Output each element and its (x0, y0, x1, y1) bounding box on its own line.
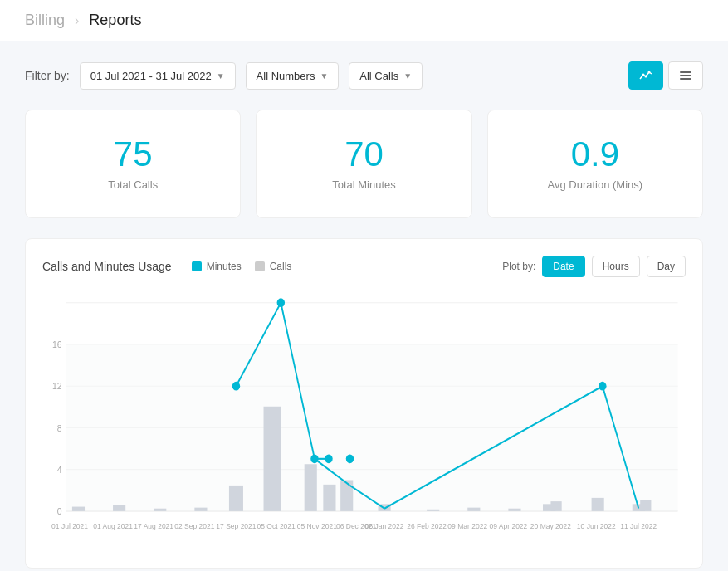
plot-date-button[interactable]: Date (542, 256, 584, 277)
svg-rect-4 (680, 75, 691, 76)
avg-duration-card: 0.9 Avg Duration (Mins) (487, 110, 703, 218)
svg-point-1 (645, 76, 647, 78)
calls-value: All Calls (359, 70, 398, 82)
svg-text:16: 16 (52, 339, 62, 350)
numbers-value: All Numbers (257, 70, 315, 82)
plot-by-controls: Plot by: Date Hours Day (502, 256, 686, 277)
svg-text:26 Feb 2022: 26 Feb 2022 (407, 522, 447, 531)
svg-text:20 May 2022: 20 May 2022 (530, 522, 571, 531)
list-view-button[interactable] (668, 61, 703, 90)
svg-text:06 Jan 2022: 06 Jan 2022 (365, 522, 404, 531)
plot-hours-button[interactable]: Hours (592, 256, 640, 277)
svg-point-2 (648, 71, 651, 74)
minutes-legend-label: Minutes (207, 261, 242, 272)
plot-by-label: Plot by: (502, 261, 535, 272)
svg-rect-21 (194, 508, 207, 511)
svg-text:17 Aug 2021: 17 Aug 2021 (134, 522, 173, 531)
svg-point-0 (642, 74, 645, 76)
calls-legend: Calls (255, 261, 292, 272)
svg-rect-24 (264, 407, 281, 511)
svg-rect-42 (550, 501, 561, 511)
date-range-filter[interactable]: 01 Jul 2021 - 31 Jul 2022 ▼ (80, 62, 236, 90)
chart-svg: 0 4 8 12 16 (42, 294, 686, 551)
chart-legend: Minutes Calls (192, 261, 292, 272)
svg-point-32 (346, 454, 354, 463)
view-toggle (628, 61, 703, 90)
calls-arrow-icon: ▼ (403, 71, 412, 81)
plot-day-button[interactable]: Day (647, 256, 686, 277)
stats-row: 75 Total Calls 70 Total Minutes 0.9 Avg … (25, 110, 703, 218)
svg-text:10 Jun 2022: 10 Jun 2022 (577, 522, 616, 531)
svg-text:11 Jul 2022: 11 Jul 2022 (620, 522, 657, 531)
main-content: Filter by: 01 Jul 2021 - 31 Jul 2022 ▼ A… (0, 41, 728, 571)
svg-rect-40 (508, 509, 520, 511)
svg-text:01 Aug 2021: 01 Aug 2021 (93, 522, 133, 531)
svg-text:02 Sep 2021: 02 Sep 2021 (174, 522, 214, 531)
chart-header: Calls and Minutes Usage Minutes Calls Pl… (42, 256, 686, 277)
calls-filter[interactable]: All Calls ▼ (349, 62, 423, 90)
svg-text:05 Nov 2021: 05 Nov 2021 (297, 522, 337, 531)
svg-rect-19 (113, 505, 125, 510)
svg-rect-20 (154, 509, 166, 511)
svg-rect-17 (66, 344, 677, 511)
numbers-arrow-icon: ▼ (320, 71, 328, 81)
svg-rect-18 (72, 507, 85, 511)
svg-text:05 Oct 2021: 05 Oct 2021 (257, 522, 295, 531)
total-minutes-value: 70 (273, 137, 454, 172)
avg-duration-value: 0.9 (505, 137, 686, 172)
filter-label: Filter by: (25, 69, 70, 82)
reports-breadcrumb: Reports (89, 12, 141, 29)
avg-duration-label: Avg Duration (Mins) (505, 178, 686, 191)
date-range-value: 01 Jul 2021 - 31 Jul 2022 (90, 70, 212, 82)
total-calls-card: 75 Total Calls (25, 110, 241, 218)
chart-view-button[interactable] (628, 61, 663, 90)
svg-text:12: 12 (52, 381, 62, 392)
svg-text:4: 4 (57, 464, 62, 475)
date-range-arrow-icon: ▼ (217, 71, 225, 81)
minutes-legend: Minutes (192, 261, 242, 272)
svg-rect-38 (427, 510, 439, 511)
billing-breadcrumb[interactable]: Billing (25, 12, 65, 29)
total-calls-value: 75 (42, 137, 223, 172)
filter-row: Filter by: 01 Jul 2021 - 31 Jul 2022 ▼ A… (25, 61, 703, 90)
breadcrumb-separator: › (75, 13, 79, 28)
total-minutes-card: 70 Total Minutes (256, 110, 471, 218)
svg-text:0: 0 (57, 506, 62, 517)
svg-text:09 Apr 2022: 09 Apr 2022 (489, 522, 527, 531)
svg-rect-5 (680, 78, 691, 80)
chart-area: 0 4 8 12 16 (42, 294, 686, 551)
chart-card: Calls and Minutes Usage Minutes Calls Pl… (25, 238, 703, 569)
svg-rect-33 (323, 485, 335, 511)
svg-rect-47 (640, 500, 651, 511)
svg-rect-39 (467, 508, 480, 511)
svg-rect-3 (680, 71, 691, 73)
total-minutes-label: Total Minutes (273, 178, 454, 191)
svg-text:09 Mar 2022: 09 Mar 2022 (447, 522, 487, 531)
svg-rect-43 (592, 498, 604, 511)
chart-title: Calls and Minutes Usage (42, 260, 172, 273)
page-header: Billing › Reports (0, 0, 728, 41)
svg-text:17 Sep 2021: 17 Sep 2021 (216, 522, 256, 531)
svg-rect-27 (305, 464, 317, 511)
calls-legend-dot (255, 261, 265, 271)
minutes-legend-dot (192, 261, 202, 271)
calls-legend-label: Calls (270, 261, 292, 272)
numbers-filter[interactable]: All Numbers ▼ (246, 62, 340, 90)
svg-rect-22 (229, 486, 243, 511)
list-icon (679, 69, 692, 82)
svg-text:8: 8 (57, 422, 62, 433)
total-calls-label: Total Calls (42, 178, 223, 191)
svg-text:01 Jul 2021: 01 Jul 2021 (51, 522, 88, 531)
chart-icon (639, 69, 652, 82)
svg-rect-30 (340, 480, 353, 510)
